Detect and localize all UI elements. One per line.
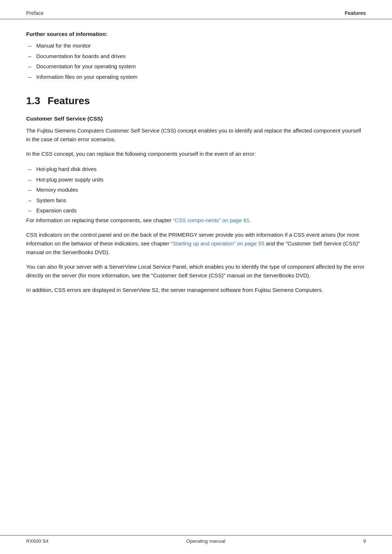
css-para3: For information on replacing these compo… xyxy=(26,216,366,225)
page-header: Preface Features xyxy=(0,0,392,19)
footer-page-number: 9 xyxy=(363,538,366,544)
list-item: Hot-plug power supply units xyxy=(26,175,366,185)
starting-up-link[interactable]: “Starting up and operation” on page 55 xyxy=(171,240,265,247)
list-item: Hot-plug hard disk drives xyxy=(26,164,366,175)
footer-document-type: Operating manual xyxy=(186,538,225,544)
section-number: 1.3 xyxy=(26,95,40,106)
css-sub-heading: Customer Self Service (CSS) xyxy=(26,115,366,122)
list-item: Documentation for your operating system xyxy=(26,61,366,72)
section-title: Features xyxy=(48,95,90,106)
css-para6: In addition, CSS errors are displayed in… xyxy=(26,286,366,294)
css-para1: The Fujitsu Siemens Computers Customer S… xyxy=(26,126,366,144)
further-sources-section: Further sources of information: Manual f… xyxy=(26,31,366,82)
further-sources-title: Further sources of information: xyxy=(26,31,366,37)
list-item: Expansion cards xyxy=(26,205,366,216)
list-item: Memory modules xyxy=(26,185,366,195)
header-right-label: Features xyxy=(345,10,366,16)
page-footer: RX600 S4 Operating manual 9 xyxy=(0,535,392,544)
header-left-label: Preface xyxy=(26,10,44,16)
list-item: Manual for the monitor xyxy=(26,41,366,51)
list-item: System fans xyxy=(26,195,366,206)
css-section: Customer Self Service (CSS) The Fujitsu … xyxy=(26,115,366,294)
further-sources-list: Manual for the monitor Documentation for… xyxy=(26,41,366,82)
css-para5: You can also fit your server with a Serv… xyxy=(26,262,366,280)
css-items-list: Hot-plug hard disk drives Hot-plug power… xyxy=(26,164,366,216)
list-item: Information files on your operating syst… xyxy=(26,72,366,82)
footer-product-name: RX600 S4 xyxy=(26,538,49,544)
page-content: Further sources of information: Manual f… xyxy=(0,19,392,315)
section-heading: 1.3Features xyxy=(26,95,366,107)
page: Preface Features Further sources of info… xyxy=(0,0,392,554)
list-item: Documentation for boards and drives xyxy=(26,51,366,62)
css-components-link[interactable]: “CSS compo-nents” on page 81 xyxy=(173,217,249,223)
css-para2: In the CSS concept, you can replace the … xyxy=(26,150,366,158)
css-para4: CSS indicators on the control panel and … xyxy=(26,231,366,257)
